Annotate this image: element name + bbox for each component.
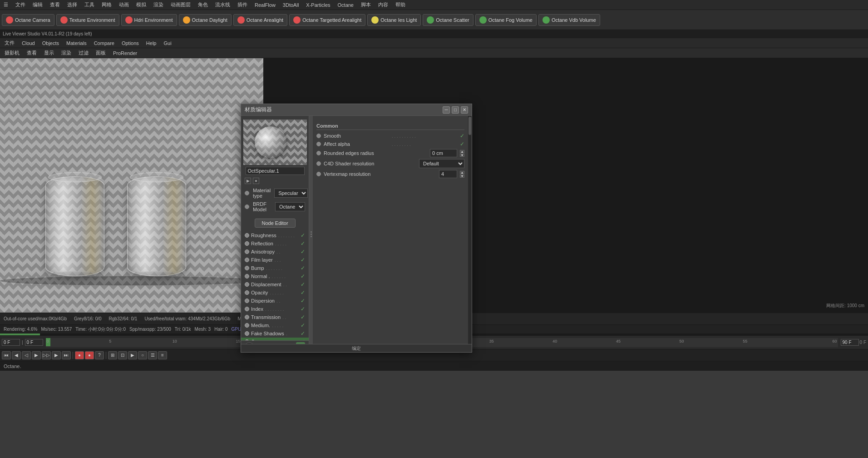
menu-realflow[interactable]: RealFlow — [253, 2, 277, 8]
timeline-end-frame[interactable] — [841, 339, 859, 346]
rounded-edges-stepper[interactable]: ▲ ▼ — [460, 150, 464, 157]
menu-render[interactable]: 渲染 — [152, 1, 165, 8]
menu-view[interactable]: 查看 — [48, 1, 62, 8]
viewport-menu-render[interactable]: 渲染 — [59, 49, 74, 57]
menu-plugins[interactable]: 插件 — [236, 1, 249, 8]
mat-name-input[interactable] — [246, 167, 305, 175]
menu-content[interactable]: 内容 — [376, 1, 390, 8]
menu-script[interactable]: 脚本 — [359, 1, 373, 8]
transport-key-6[interactable]: ≡ — [158, 351, 167, 359]
octane-camera-btn[interactable]: Octane Camera — [2, 14, 54, 26]
transport-prev[interactable]: ◀ — [12, 351, 21, 359]
menu-pipeline[interactable]: 流水线 — [213, 1, 232, 8]
viewport-menu-view[interactable]: 查看 — [24, 49, 39, 57]
rounded-edges-down[interactable]: ▼ — [460, 154, 464, 157]
prop-film-layer[interactable]: Film layer . . . ✓ — [241, 256, 309, 264]
transport-key-3[interactable]: ▶ — [128, 351, 137, 359]
prop-reflection[interactable]: Reflection . . . . . ✓ — [241, 239, 309, 248]
transport-key-2[interactable]: ⊡ — [118, 351, 127, 359]
transmission-check: ✓ — [301, 314, 305, 320]
menu-octane[interactable]: Octane — [336, 2, 355, 8]
octane-daylight-btn[interactable]: Octane Daylight — [179, 14, 232, 26]
octane-fog-btn[interactable]: Octane Fog Volume — [475, 14, 537, 26]
menu-mesh[interactable]: 网格 — [100, 1, 113, 8]
c4d-shader-select[interactable]: Default 256 512 1024 — [419, 159, 464, 168]
prop-index[interactable]: Index . . . . . . . . ✓ — [241, 305, 309, 313]
prop-transmission[interactable]: Transmission . . ✓ — [241, 313, 309, 321]
lv-menu-file[interactable]: 文件 — [2, 39, 17, 47]
viewport-menu-prorender[interactable]: ProRender — [110, 50, 140, 57]
vertexmap-input[interactable] — [439, 170, 457, 178]
rounded-edges-up[interactable]: ▲ — [460, 150, 464, 153]
menu-xparticles[interactable]: X-Particles — [304, 2, 332, 8]
lv-menu-compare[interactable]: Compare — [91, 40, 117, 47]
octane-vdb-btn[interactable]: Octane Vdb Volume — [538, 14, 600, 26]
menu-animation[interactable]: 动画 — [117, 1, 131, 8]
lv-menu-options[interactable]: Options — [119, 40, 142, 47]
vertexmap-up[interactable]: ▲ — [460, 171, 464, 174]
menu-3dtoall[interactable]: 3DtoAll — [281, 2, 301, 8]
mat-drag-handle[interactable] — [309, 116, 313, 352]
viewport-menu-panel[interactable]: 面板 — [93, 49, 108, 57]
menu-select[interactable]: 选择 — [65, 1, 79, 8]
mat-editor-maximize[interactable]: □ — [452, 106, 459, 114]
transport-next[interactable]: ▶ — [52, 351, 61, 359]
viewport-menu-camera[interactable]: 摄影机 — [2, 49, 22, 57]
transport-play[interactable]: ▶ — [32, 351, 41, 359]
transport-first[interactable]: ⏮ — [2, 351, 11, 359]
prop-dispersion[interactable]: Dispersion . . ✓ — [241, 297, 309, 305]
prop-displacement[interactable]: Displacement . . ✓ — [241, 280, 309, 289]
transport-key-4[interactable]: ○ — [138, 351, 147, 359]
octane-ies-btn[interactable]: Octane Ies Light — [367, 14, 421, 26]
menu-character[interactable]: 角色 — [196, 1, 210, 8]
octane-scatter-btn[interactable]: Octane Scatter — [423, 14, 473, 26]
transport-play-fast[interactable]: ▷▷ — [42, 351, 51, 359]
mat-scrollbar[interactable] — [468, 116, 472, 352]
prop-anisotropy[interactable]: Anisotropy . . ✓ — [241, 248, 309, 256]
menu-tools[interactable]: 工具 — [83, 1, 96, 8]
node-editor-btn[interactable]: Node Editor — [255, 219, 296, 228]
mat-scrollbar-thumb[interactable] — [469, 117, 471, 135]
octane-arealight-btn[interactable]: Octane Arealight — [233, 14, 287, 26]
viewport-menu-display[interactable]: 显示 — [41, 49, 57, 57]
menu-help[interactable]: 帮助 — [394, 1, 407, 8]
prop-normal[interactable]: Normal . . . . . . . ✓ — [241, 272, 309, 280]
lv-menu-cloud[interactable]: Cloud — [19, 40, 38, 47]
mat-editor-minimize[interactable]: ─ — [443, 106, 450, 114]
transport-last[interactable]: ⏭ — [62, 351, 71, 359]
transport-record[interactable]: ● — [75, 351, 84, 359]
mat-icon-1[interactable]: ▶ — [245, 178, 251, 184]
prop-medium[interactable]: Medium. . . . . . ✓ — [241, 321, 309, 329]
brdf-model-select[interactable]: Octane GGX — [275, 202, 305, 211]
material-type-select[interactable]: Specular Diffuse Glossy — [274, 189, 308, 198]
menu-edit[interactable]: 编辑 — [31, 1, 44, 8]
prop-roughness[interactable]: Roughness . . . . . . . ✓ — [241, 231, 309, 239]
timeline-current-frame[interactable] — [25, 339, 43, 346]
mat-editor-close[interactable]: ✕ — [461, 106, 468, 114]
octane-targetted-btn[interactable]: Octane Targetted Arealight — [289, 14, 365, 26]
menu-simulate[interactable]: 模拟 — [134, 1, 148, 8]
texture-env-btn[interactable]: Texture Environment — [56, 14, 119, 26]
transport-key-5[interactable]: ☰ — [148, 351, 157, 359]
transport-question[interactable]: ? — [95, 351, 104, 359]
vertexmap-stepper[interactable]: ▲ ▼ — [460, 171, 464, 178]
vertexmap-down[interactable]: ▼ — [460, 174, 464, 178]
rounded-edges-input[interactable] — [430, 149, 457, 157]
lv-menu-help[interactable]: Help — [143, 40, 159, 47]
viewport-menu-filter[interactable]: 过滤 — [76, 49, 91, 57]
prop-fake-shadows[interactable]: Fake Shadows . ✓ — [241, 329, 309, 338]
menu-animation-layer[interactable]: 动画图层 — [169, 1, 192, 8]
mat-icon-2[interactable]: ● — [253, 178, 259, 184]
menu-file[interactable]: 文件 — [14, 1, 27, 8]
transport-key-1[interactable]: ⊞ — [108, 351, 117, 359]
timeline-start-frame[interactable] — [2, 339, 20, 346]
transport-play-back[interactable]: ◁ — [22, 351, 31, 359]
fake-shadows-label: Fake Shadows — [251, 331, 284, 336]
transport-record-2[interactable]: ● — [85, 351, 94, 359]
prop-bump[interactable]: Bump . . . . . . . ✓ — [241, 264, 309, 272]
lv-menu-gui[interactable]: Gui — [161, 40, 174, 47]
prop-opacity[interactable]: Opacity . . . . . . ✓ — [241, 289, 309, 297]
hdri-env-btn[interactable]: Hdri Environment — [121, 14, 177, 26]
lv-menu-materials[interactable]: Materials — [64, 40, 89, 47]
lv-menu-objects[interactable]: Objects — [39, 40, 62, 47]
